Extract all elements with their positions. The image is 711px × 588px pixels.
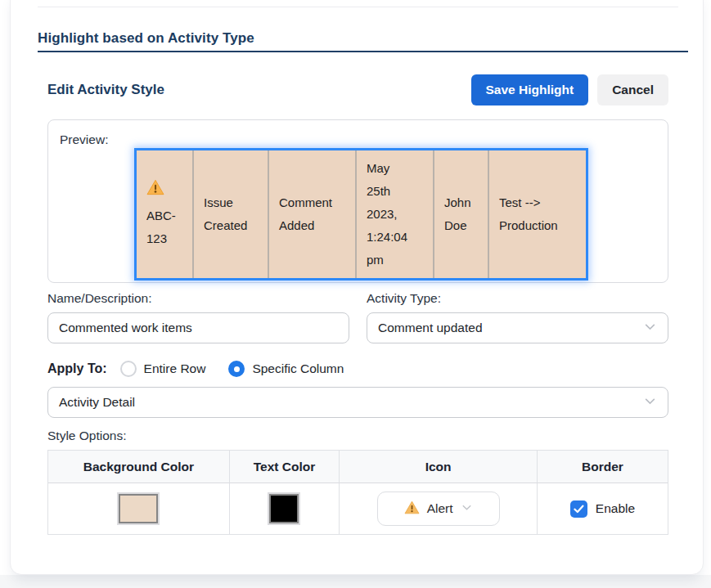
- preview-cell-transition: Test --> Production: [489, 150, 586, 278]
- header-text-color: Text Color: [230, 451, 340, 483]
- preview-panel: Preview: ABC-123 Issue Crea: [47, 119, 668, 283]
- header-border: Border: [538, 451, 668, 483]
- background-color-picker[interactable]: [117, 492, 160, 525]
- radio-entire-row[interactable]: Entire Row: [120, 361, 206, 377]
- background-color-swatch: [119, 494, 158, 523]
- checkbox-check-icon: [570, 500, 587, 518]
- activity-type-label: Activity Type:: [367, 291, 668, 306]
- style-options-table: Background Color Text Color Icon Border: [47, 450, 668, 535]
- radio-circle-icon: [228, 361, 245, 377]
- select-value: Activity Detail: [59, 395, 135, 410]
- page-title: Highlight based on Activity Type: [38, 30, 688, 47]
- activity-type-select[interactable]: Comment updated: [367, 312, 668, 343]
- radio-specific-column[interactable]: Specific Column: [228, 361, 344, 377]
- preview-cell-date: May 25th 2023, 1:24:04 pm: [357, 150, 434, 278]
- preview-cell-user: John Doe: [434, 150, 489, 278]
- name-description-label: Name/Description:: [47, 291, 349, 306]
- radio-circle-icon: [120, 361, 137, 377]
- apply-to-label: Apply To:: [47, 361, 107, 376]
- section-divider: [38, 7, 678, 7]
- preview-cell-text: Comment Added: [279, 191, 345, 237]
- chevron-down-icon: [643, 320, 657, 337]
- enable-label: Enable: [596, 501, 635, 516]
- column-select[interactable]: Activity Detail: [47, 387, 668, 418]
- preview-cell-text: Issue Created: [204, 191, 258, 237]
- preview-cell-text: ABC-123: [146, 204, 182, 250]
- settings-card: Highlight based on Activity Type Edit Ac…: [10, 0, 704, 575]
- page-background-strip: [0, 575, 711, 588]
- chevron-down-icon: [461, 501, 473, 517]
- preview-label: Preview:: [60, 132, 108, 147]
- preview-cell-text: Test --> Production: [499, 191, 576, 237]
- icon-select-value: Alert: [427, 501, 453, 516]
- preview-cell-activity: Issue Created: [194, 150, 269, 278]
- radio-label: Specific Column: [252, 361, 344, 376]
- alert-icon: [404, 500, 420, 518]
- save-highlight-button[interactable]: Save Highlight: [471, 74, 589, 105]
- text-color-swatch: [269, 494, 299, 523]
- preview-cell-text: May 25th 2023, 1:24:04 pm: [367, 157, 413, 272]
- chevron-down-icon: [643, 394, 657, 411]
- select-value: Comment updated: [378, 321, 483, 335]
- text-color-picker[interactable]: [268, 492, 300, 525]
- radio-label: Entire Row: [144, 361, 206, 376]
- header-background-color: Background Color: [48, 451, 230, 483]
- editor-title: Edit Activity Style: [47, 82, 164, 98]
- style-options-label: Style Options:: [47, 429, 668, 443]
- preview-cell-detail: Comment Added: [269, 150, 357, 278]
- title-underline: [38, 51, 688, 52]
- header-icon: Icon: [340, 451, 538, 483]
- name-description-input[interactable]: [47, 312, 349, 343]
- preview-row: ABC-123 Issue Created Comment Added May …: [134, 148, 588, 281]
- icon-select[interactable]: Alert: [377, 491, 500, 526]
- border-enable-checkbox[interactable]: Enable: [570, 500, 635, 518]
- preview-cell-text: John Doe: [444, 191, 478, 237]
- cancel-button[interactable]: Cancel: [597, 74, 668, 105]
- alert-icon: [146, 179, 164, 203]
- preview-cell-issue-key: ABC-123: [137, 150, 194, 278]
